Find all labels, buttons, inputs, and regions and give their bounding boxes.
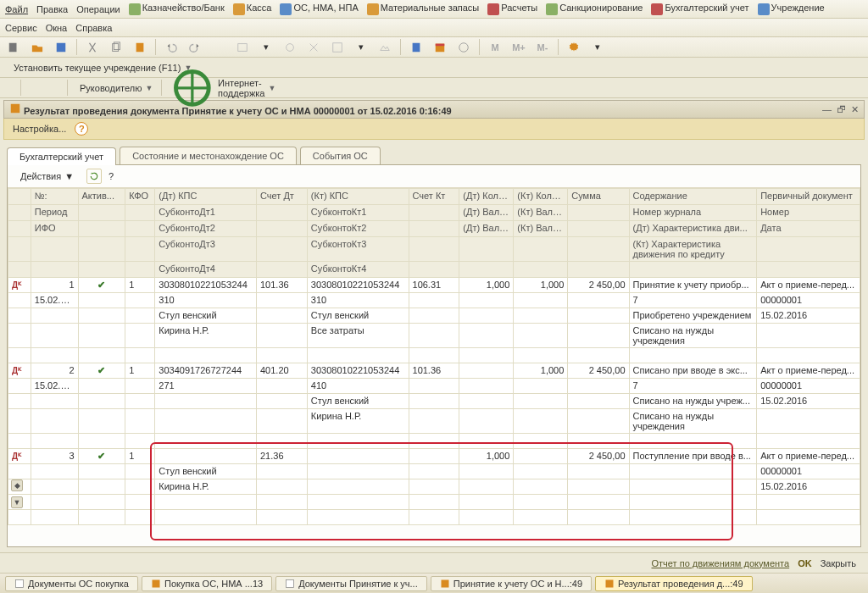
menu-service[interactable]: Сервис bbox=[5, 23, 37, 33]
tab-location[interactable]: Состояние и местонахождение ОС bbox=[120, 147, 297, 164]
toolbar-open[interactable] bbox=[29, 39, 46, 56]
leader-dropdown[interactable]: Руководителю▼ bbox=[73, 81, 156, 95]
rail-down-icon[interactable]: ▼ bbox=[11, 496, 23, 508]
table-subrow[interactable]: Кирина Н.Р.Все затратыСписано на нужды у… bbox=[8, 324, 860, 348]
col-dt-kps[interactable]: (Дт) КПС bbox=[155, 189, 257, 205]
assets-icon bbox=[280, 3, 292, 15]
cell-misc bbox=[629, 434, 757, 449]
cell-period bbox=[31, 434, 78, 449]
toolbar-mminus[interactable]: M- bbox=[534, 39, 551, 56]
menu-file[interactable]: Файл bbox=[5, 4, 28, 14]
minimize-button[interactable]: — bbox=[822, 104, 832, 115]
cell-misc bbox=[629, 348, 757, 363]
toolbar-undo[interactable] bbox=[163, 39, 180, 56]
cell-qty-dt bbox=[459, 363, 514, 379]
close-button[interactable]: ✕ bbox=[851, 104, 859, 115]
toolbar-mplus[interactable]: M+ bbox=[510, 39, 527, 56]
toolbar-misc[interactable] bbox=[305, 39, 322, 56]
tab-events[interactable]: События ОС bbox=[300, 147, 381, 164]
toolbar-calc[interactable] bbox=[408, 39, 425, 56]
toolbar-calendar[interactable] bbox=[431, 39, 448, 56]
close-link[interactable]: Закрыть bbox=[821, 558, 856, 568]
col-kt-kps[interactable]: (Кт) КПС bbox=[307, 189, 409, 205]
taskbar-item[interactable]: Документы ОС покупка bbox=[5, 576, 138, 591]
table-row[interactable]: Дᴷ3✔121.361,0002 450,00Поступление при в… bbox=[8, 449, 860, 464]
menu-calc[interactable]: Расчеты bbox=[487, 3, 537, 14]
toolbar-clock[interactable] bbox=[455, 39, 472, 56]
menu-help[interactable]: Справка bbox=[75, 23, 112, 33]
toolbar-paste[interactable] bbox=[131, 39, 148, 56]
svg-rect-0 bbox=[9, 42, 17, 52]
toolbar-misc[interactable] bbox=[376, 39, 393, 56]
taskbar-item-active[interactable]: Результат проведения д...:49 bbox=[595, 576, 753, 591]
menu-os[interactable]: ОС, НМА, НПА bbox=[280, 3, 358, 14]
help-icon[interactable]: ? bbox=[108, 171, 114, 181]
settings-link[interactable]: Настройка... bbox=[13, 124, 66, 134]
toolbar-redo[interactable] bbox=[186, 39, 203, 56]
rail-pin-icon[interactable]: ◆ bbox=[11, 479, 23, 491]
table-subrow[interactable] bbox=[8, 434, 860, 449]
toolbar-m[interactable]: M bbox=[487, 39, 504, 56]
table-subrow[interactable]: Кирина Н.Р.Списано на нужды учреждения bbox=[8, 409, 860, 434]
col-prim-doc[interactable]: Первичный документ bbox=[757, 189, 860, 205]
menu-operations[interactable]: Операции bbox=[76, 4, 120, 14]
cell-prim-sub bbox=[757, 348, 860, 363]
col-qty-dt[interactable]: (Дт) Коли... bbox=[459, 189, 514, 205]
tab-accounting[interactable]: Бухгалтерский учет bbox=[7, 147, 116, 165]
panel-toolbar: Действия▼ ? bbox=[8, 165, 860, 188]
table-subrow[interactable]: Стул венскийСтул венскийПриобретено учре… bbox=[8, 308, 860, 324]
menu-materials[interactable]: Материальные запасы bbox=[367, 3, 480, 14]
tabs: Бухгалтерский учет Состояние и местонахо… bbox=[7, 147, 861, 164]
toolbar-dropdown[interactable]: ▾ bbox=[589, 39, 606, 56]
separator bbox=[400, 39, 401, 55]
report-link[interactable]: Отчет по движениям документа bbox=[652, 558, 790, 568]
table-subrow[interactable]: Кирина Н.Р.15.02.2016 bbox=[8, 479, 860, 495]
help-icon[interactable]: ? bbox=[75, 122, 88, 136]
menu-sanction[interactable]: Санкционирование bbox=[546, 3, 643, 14]
cell-sub-kt: Стул венский bbox=[307, 394, 409, 409]
taskbar-item[interactable]: Покупка ОС, НМА ...13 bbox=[142, 576, 272, 591]
table-subrow[interactable]: Стул венскийСписано на нужды учреж...15.… bbox=[8, 394, 860, 409]
table-row[interactable]: Дᴷ2✔13034091726727244401.203030801022105… bbox=[8, 363, 860, 379]
table-subrow[interactable] bbox=[8, 510, 860, 525]
table-subrow[interactable]: Стул венский00000001 bbox=[8, 464, 860, 479]
col-content[interactable]: Содержание bbox=[629, 189, 757, 205]
refresh-button[interactable] bbox=[86, 169, 102, 184]
taskbar-item[interactable]: Принятие к учету ОС и Н...:49 bbox=[431, 576, 592, 591]
col-active[interactable]: Актив... bbox=[78, 189, 125, 205]
maximize-button[interactable]: 🗗 bbox=[837, 104, 846, 115]
menu-cashbox[interactable]: Касса bbox=[233, 3, 272, 14]
menu-org[interactable]: Учреждение bbox=[758, 3, 825, 14]
cell-sub-kt bbox=[307, 510, 409, 525]
col-sum[interactable]: Сумма bbox=[568, 189, 629, 205]
taskbar-item[interactable]: Документы Принятие к уч... bbox=[275, 576, 427, 591]
col-qty-kt[interactable]: (Кт) Коли... bbox=[514, 189, 568, 205]
table-subrow[interactable] bbox=[8, 495, 860, 510]
table-subrow[interactable]: 15.02.2016 0:16...271410700000001 bbox=[8, 379, 860, 394]
toolbar-misc[interactable] bbox=[281, 39, 298, 56]
toolbar-copy[interactable] bbox=[108, 39, 125, 56]
toolbar-misc[interactable] bbox=[234, 39, 251, 56]
table-row[interactable]: Дᴷ1✔13030801022105З244101.36303080102210… bbox=[8, 278, 860, 293]
col-kfo[interactable]: КФО bbox=[125, 189, 155, 205]
menu-accounting[interactable]: Бухгалтерский учет bbox=[651, 3, 748, 14]
status-bar: Отчет по движениям документа OK Закрыть bbox=[0, 552, 868, 573]
cell-misc: Списано на нужды учреждения bbox=[629, 324, 757, 348]
table-subrow[interactable]: 15.02.2016 0:16...310310700000001 bbox=[8, 293, 860, 308]
toolbar-misc[interactable]: ▾ bbox=[353, 39, 370, 56]
toolbar-misc[interactable] bbox=[329, 39, 346, 56]
toolbar-settings[interactable] bbox=[565, 39, 582, 56]
table-subrow[interactable] bbox=[8, 348, 860, 363]
actions-dropdown[interactable]: Действия▼ bbox=[14, 169, 80, 184]
col-acc-dt[interactable]: Счет Дт bbox=[256, 189, 307, 205]
menu-treasury[interactable]: Казначейство/Банк bbox=[129, 3, 225, 14]
toolbar-misc[interactable]: ▾ bbox=[258, 39, 275, 56]
toolbar-save[interactable] bbox=[53, 39, 70, 56]
menu-windows[interactable]: Окна bbox=[46, 23, 68, 33]
col-acc-kt[interactable]: Счет Кт bbox=[409, 189, 459, 205]
toolbar-cut[interactable] bbox=[84, 39, 101, 56]
col-num[interactable]: №: bbox=[31, 189, 78, 205]
menu-edit[interactable]: Правка bbox=[36, 4, 68, 14]
toolbar-new[interactable] bbox=[5, 39, 22, 56]
ok-button[interactable]: OK bbox=[798, 558, 812, 568]
